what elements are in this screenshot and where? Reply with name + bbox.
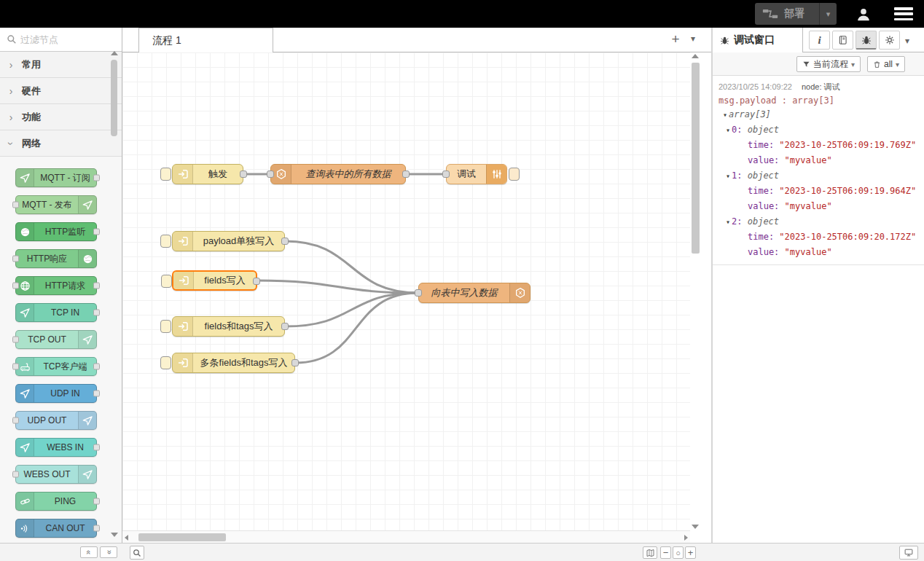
flow-node-trigger[interactable]: 触发	[172, 164, 243, 184]
info-sidebar-button[interactable]: i	[809, 31, 830, 50]
scroll-up-arrow[interactable]	[692, 54, 699, 58]
expand-all-button[interactable]: «	[100, 546, 117, 558]
scroll-up-arrow[interactable]	[111, 51, 118, 55]
search-flows-button[interactable]	[130, 546, 144, 560]
zoom-in-button[interactable]: +	[685, 546, 696, 559]
inject-trigger-button[interactable]	[161, 275, 172, 288]
palette-search-input[interactable]	[20, 28, 115, 51]
flow-node-query-all-data[interactable]: 查询表中的所有数据	[270, 164, 406, 184]
collapse-caret[interactable]: ▾	[726, 218, 730, 226]
flow-node-write-table[interactable]: 向表中写入数据	[418, 283, 530, 303]
deploy-options-caret[interactable]: ▾	[819, 3, 837, 25]
tab-debug-window[interactable]: 调试窗口	[713, 28, 803, 52]
inject-trigger-button[interactable]	[160, 235, 171, 248]
tree-row-field[interactable]: time: "2023-10-25T06:09:19.964Z"	[719, 184, 918, 199]
flow-node-fields-write[interactable]: fields写入	[172, 270, 257, 291]
palette-node-mqtt-in[interactable]: MQTT - 订阅	[15, 168, 97, 187]
debug-footer	[711, 543, 924, 561]
output-port[interactable]	[291, 359, 299, 366]
palette-node-udp-in[interactable]: UDP IN	[15, 384, 97, 403]
zoom-out-button[interactable]: −	[660, 546, 671, 559]
palette-category-function[interactable]: › 功能	[0, 104, 122, 130]
scroll-right-arrow[interactable]	[684, 535, 688, 541]
palette-node-tcp-in[interactable]: TCP IN	[15, 303, 97, 322]
chevron-down-icon: ›	[5, 133, 17, 154]
input-port	[12, 337, 19, 343]
tab-flow-1[interactable]: 流程 1	[138, 28, 273, 52]
source-node: node: 调试	[802, 82, 840, 91]
palette-node-tcp-client[interactable]: TCP客户端	[15, 357, 97, 376]
collapse-all-button[interactable]: «	[80, 546, 98, 558]
tree-row-field[interactable]: value: "myvalue"	[719, 199, 918, 214]
open-debug-window-button[interactable]	[899, 546, 918, 560]
deploy-button[interactable]: 部署 ▾	[755, 3, 837, 25]
scroll-down-arrow[interactable]	[111, 533, 118, 537]
tree-row-field[interactable]: time: "2023-10-25T06:09:19.769Z"	[719, 138, 918, 153]
palette-node-http-response[interactable]: HTTP响应	[15, 249, 97, 268]
collapse-caret[interactable]: ▾	[723, 111, 727, 119]
header-bar: 部署 ▾	[0, 0, 924, 28]
tree-row-item[interactable]: ▾1: object	[719, 168, 918, 184]
palette-category-network[interactable]: › 网络	[0, 130, 122, 157]
palette-node-ping[interactable]: PING	[15, 492, 97, 511]
palette-node-can-out[interactable]: CAN OUT	[15, 519, 97, 538]
input-port[interactable]	[415, 289, 422, 297]
flow-node-debug[interactable]: 调试	[446, 164, 507, 184]
tree-row-field[interactable]: time: "2023-10-25T06:09:20.172Z"	[719, 230, 918, 245]
debug-toggle-button[interactable]	[509, 168, 520, 181]
flow-node-payload-write[interactable]: payload单独写入	[172, 231, 285, 251]
palette-node-udp-out[interactable]: UDP OUT	[15, 411, 97, 430]
palette-node-http-in[interactable]: HTTP监听	[15, 222, 97, 241]
inject-trigger-button[interactable]	[160, 168, 171, 181]
output-port[interactable]	[281, 238, 289, 245]
input-port[interactable]	[442, 170, 450, 178]
output-port[interactable]	[402, 170, 410, 178]
flow-node-fields-tags-write[interactable]: fields和tags写入	[172, 316, 285, 337]
palette-node-websocket-in[interactable]: WEBS IN	[15, 438, 97, 457]
main-menu-icon[interactable]	[894, 7, 913, 20]
output-port[interactable]	[281, 323, 289, 330]
node-label: 多条fields和tags写入	[193, 356, 294, 369]
palette-node-mqtt-out[interactable]: MQTT - 发布	[15, 195, 97, 214]
filter-current-flow-button[interactable]: 当前流程 ▾	[796, 56, 861, 72]
scroll-left-arrow[interactable]	[125, 535, 128, 541]
debug-message-meta: 2023/10/25 14:09:22 node: 调试	[719, 82, 918, 93]
scrollbar-thumb[interactable]	[111, 60, 117, 136]
tree-row-array[interactable]: ▾array[3]	[719, 107, 918, 122]
palette-category-common[interactable]: › 常用	[0, 52, 122, 78]
sidebar-options-caret[interactable]: ▾	[905, 36, 909, 46]
output-port[interactable]	[253, 278, 260, 285]
config-sidebar-button[interactable]	[879, 31, 900, 50]
flow-node-multi-fields-tags-write[interactable]: 多条fields和tags写入	[172, 353, 295, 373]
tree-row-field[interactable]: value: "myvalue"	[719, 245, 918, 260]
tree-row-item[interactable]: ▾2: object	[719, 214, 918, 230]
inject-trigger-button[interactable]	[160, 320, 171, 333]
zoom-reset-button[interactable]: ○	[673, 546, 684, 559]
debug-message[interactable]: 2023/10/25 14:09:22 node: 调试 msg.payload…	[713, 76, 924, 265]
scrollbar-thumb[interactable]	[692, 63, 700, 254]
inject-trigger-button[interactable]	[160, 356, 171, 369]
output-port[interactable]	[240, 170, 247, 178]
navigator-button[interactable]	[643, 546, 657, 559]
scroll-down-arrow[interactable]	[692, 525, 699, 529]
debug-sidebar-button[interactable]	[856, 31, 877, 50]
clear-messages-button[interactable]: all ▾	[867, 56, 905, 72]
scrollbar-thumb[interactable]	[138, 533, 226, 541]
palette-node-websocket-out[interactable]: WEBS OUT	[15, 465, 97, 484]
palette-node-tcp-out[interactable]: TCP OUT	[15, 330, 97, 349]
help-sidebar-button[interactable]	[832, 31, 853, 50]
flow-list-caret[interactable]: ▾	[691, 34, 695, 44]
canvas-vertical-scrollbar[interactable]	[690, 52, 701, 530]
collapse-caret[interactable]: ▾	[726, 172, 730, 180]
canvas-horizontal-scrollbar[interactable]	[122, 530, 690, 543]
add-flow-button[interactable]: +	[666, 31, 685, 49]
palette-category-hardware[interactable]: › 硬件	[0, 78, 122, 104]
user-icon[interactable]	[854, 5, 873, 24]
tree-row-item[interactable]: ▾0: object	[719, 122, 918, 138]
palette-node-http-request[interactable]: HTTP请求	[15, 276, 97, 295]
palette-scrollbar[interactable]	[111, 54, 118, 537]
collapse-caret[interactable]: ▾	[726, 126, 730, 134]
flow-canvas[interactable]: 触发 查询表中的所有数据 调试 payload单独写入	[122, 52, 690, 530]
input-port[interactable]	[267, 170, 274, 178]
tree-row-field[interactable]: value: "myvalue"	[719, 153, 918, 168]
